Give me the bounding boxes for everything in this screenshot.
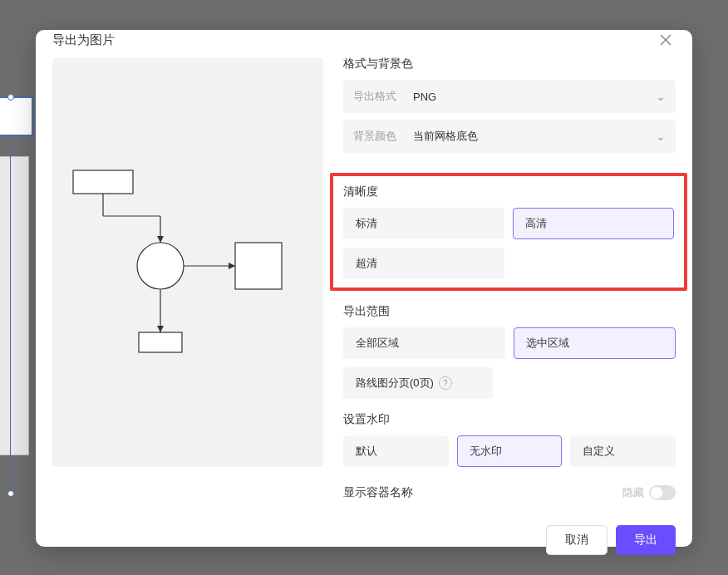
help-icon[interactable]: ?	[439, 376, 452, 390]
container-name-row: 显示容器名称 隐藏	[343, 485, 676, 500]
settings-panel: 格式与背景色 导出格式 PNG ⌄ 背景颜色 当前网格底色 ⌄ 清晰度 标清 高…	[343, 50, 676, 555]
range-section: 导出范围 全部区域 选中区域 路线图分页(0页) ?	[343, 304, 676, 399]
svg-point-7	[137, 243, 184, 289]
background-color-select[interactable]: 背景颜色 当前网格底色 ⌄	[343, 120, 676, 153]
watermark-option-default[interactable]: 默认	[343, 435, 449, 467]
range-option-pagination[interactable]: 路线图分页(0页) ?	[343, 367, 493, 399]
svg-marker-12	[157, 326, 164, 332]
preview-diagram	[69, 166, 307, 382]
format-label: 导出格式	[353, 89, 413, 104]
modal-header: 导出为图片	[36, 30, 692, 50]
format-section: 格式与背景色 导出格式 PNG ⌄ 背景颜色 当前网格底色 ⌄	[343, 57, 676, 160]
range-section-title: 导出范围	[343, 304, 676, 319]
watermark-options: 默认 无水印 自定义	[343, 435, 676, 467]
bg-handle-bottom	[7, 490, 14, 497]
clarity-option-ultra[interactable]: 超清	[343, 248, 504, 279]
close-icon	[660, 34, 671, 46]
export-format-select[interactable]: 导出格式 PNG ⌄	[343, 80, 676, 113]
modal-footer: 取消 导出	[343, 514, 676, 555]
modal-body: 格式与背景色 导出格式 PNG ⌄ 背景颜色 当前网格底色 ⌄ 清晰度 标清 高…	[36, 50, 692, 570]
cancel-button[interactable]: 取消	[546, 525, 607, 555]
watermark-section-title: 设置水印	[343, 412, 676, 427]
chevron-down-icon: ⌄	[656, 90, 666, 103]
svg-rect-10	[235, 243, 282, 289]
watermark-option-custom[interactable]: 自定义	[570, 435, 676, 467]
chevron-down-icon: ⌄	[656, 130, 666, 143]
preview-pane	[52, 58, 323, 467]
watermark-section: 设置水印 默认 无水印 自定义	[343, 412, 676, 467]
clarity-section-highlight: 清晰度 标清 高清 超清	[330, 173, 687, 291]
svg-marker-9	[229, 263, 235, 269]
bg-side-panel	[0, 156, 29, 455]
toggle-wrap: 隐藏	[622, 485, 676, 500]
format-value: PNG	[413, 91, 656, 103]
clarity-section-title: 清晰度	[343, 184, 674, 199]
range-option-all[interactable]: 全部区域	[343, 327, 505, 359]
watermark-option-none[interactable]: 无水印	[457, 435, 563, 467]
hide-container-toggle[interactable]	[649, 485, 676, 500]
svg-rect-2	[73, 170, 133, 194]
container-name-label: 显示容器名称	[343, 485, 413, 500]
clarity-option-hd[interactable]: 高清	[513, 208, 674, 239]
bg-selection-line	[10, 101, 11, 491]
svg-rect-13	[139, 332, 182, 352]
range-options: 全部区域 选中区域 路线图分页(0页) ?	[343, 327, 676, 399]
bg-handle-top	[7, 94, 14, 101]
export-image-modal: 导出为图片 格式与背景色	[36, 30, 692, 547]
bg-label: 背景颜色	[353, 129, 413, 144]
toggle-label: 隐藏	[622, 485, 644, 500]
clarity-option-standard[interactable]: 标清	[343, 208, 504, 239]
clarity-options: 标清 高清 超清	[343, 208, 674, 279]
svg-marker-6	[157, 236, 164, 243]
format-section-title: 格式与背景色	[343, 57, 676, 71]
bg-value: 当前网格底色	[413, 129, 656, 144]
close-button[interactable]	[656, 30, 676, 50]
bg-selected-shape	[0, 96, 33, 136]
pagination-label: 路线图分页(0页)	[356, 376, 434, 391]
range-option-selected[interactable]: 选中区域	[514, 327, 676, 359]
modal-title: 导出为图片	[52, 32, 115, 48]
export-button[interactable]: 导出	[616, 525, 676, 555]
